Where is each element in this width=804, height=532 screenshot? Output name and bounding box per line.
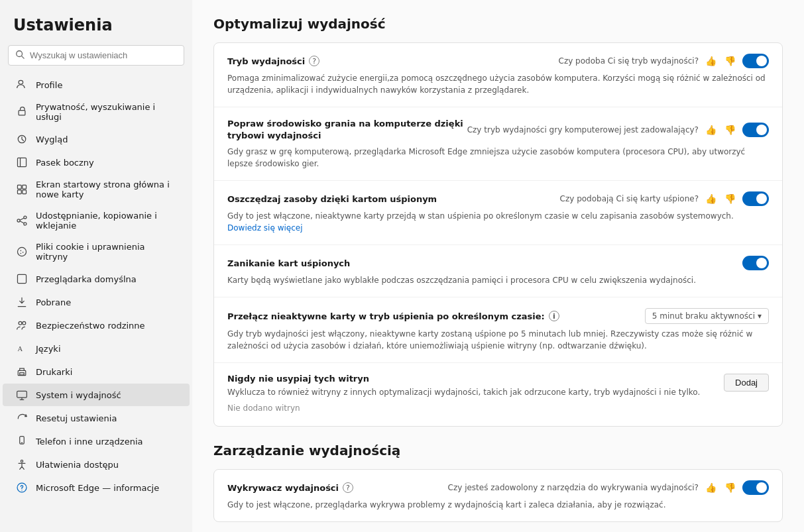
performance-detector-feedback: Czy jesteś zadowolony z narzędzia do wyk…: [448, 483, 699, 492]
svg-line-14: [20, 218, 24, 220]
sleeping-tabs-link[interactable]: Dowiedz się więcej: [227, 223, 302, 233]
no-sites-text: Nie dodano witryn: [227, 398, 769, 415]
gaming-mode-toggle[interactable]: [742, 123, 769, 137]
sleeping-tabs-desc: Gdy to jest włączone, nieaktywne karty p…: [227, 210, 769, 234]
gaming-mode-title: Popraw środowisko grania na komputerze d…: [227, 118, 463, 142]
fade-sleeping-title: Zanikanie kart uśpionych: [227, 258, 350, 268]
nav-icon-appearance: [16, 133, 28, 145]
performance-detector-help-icon[interactable]: ?: [343, 482, 353, 493]
sidebar-item-system[interactable]: System i wydajność: [3, 384, 190, 406]
svg-line-1: [22, 56, 25, 59]
nav-label-sidebar: Pasek boczny: [36, 158, 94, 168]
gaming-mode-thumbdown[interactable]: 👎: [723, 123, 737, 136]
nav-label-phone: Telefon i inne urządzenia: [36, 437, 143, 447]
sidebar-item-phone[interactable]: Telefon i inne urządzenia: [3, 430, 190, 452]
sidebar-item-printers[interactable]: Drukarki: [3, 360, 190, 383]
section2-title: Zarządzanie wydajnością: [213, 443, 783, 458]
gaming-mode-thumbup[interactable]: 👍: [704, 123, 718, 136]
sleep-timer-info-icon[interactable]: i: [549, 311, 559, 321]
management-card: Wykrywacz wydajności ? Czy jesteś zadowo…: [213, 469, 783, 522]
sidebar-item-sharing[interactable]: Udostępnianie, kopiowanie i wklejanie: [3, 205, 190, 236]
performance-detector-title: Wykrywacz wydajności: [227, 483, 339, 493]
svg-rect-7: [17, 185, 21, 189]
svg-point-34: [21, 490, 22, 490]
svg-rect-20: [17, 274, 26, 283]
nav-icon-defaultbrowser: [16, 273, 28, 285]
nav-icon-printers: [16, 366, 28, 378]
sidebar-item-startpage[interactable]: Ekran startowy strona główna i nowe kart…: [3, 174, 190, 205]
svg-rect-3: [19, 111, 25, 115]
svg-rect-8: [23, 185, 27, 189]
nav-icon-downloads: [16, 296, 28, 308]
nav-label-defaultbrowser: Przeglądarka domyślna: [36, 274, 137, 284]
nav-icon-privacy: [16, 106, 28, 118]
performance-mode-row: Tryb wydajności ? Czy podoba Ci się tryb…: [214, 43, 782, 107]
nav-label-privacy: Prywatność, wyszukiwanie i usługi: [36, 102, 176, 122]
svg-rect-27: [17, 391, 27, 398]
sidebar-item-defaultbrowser[interactable]: Przeglądarka domyślna: [3, 268, 190, 290]
search-input[interactable]: [30, 50, 177, 60]
nav-label-printers: Drukarki: [36, 367, 72, 377]
sidebar-item-privacy[interactable]: Prywatność, wyszukiwanie i usługi: [3, 97, 190, 127]
svg-point-19: [21, 253, 22, 254]
sidebar-item-languages[interactable]: A Języki: [3, 337, 190, 360]
nav-icon-family: [16, 319, 28, 331]
nav-icon-cookies: [16, 246, 28, 258]
performance-detector-toggle[interactable]: [742, 480, 769, 495]
sidebar-item-sidebar[interactable]: Pasek boczny: [3, 151, 190, 174]
sidebar-item-accessibility[interactable]: Ułatwienia dostępu: [3, 453, 190, 476]
sidebar-item-cookies[interactable]: Pliki cookie i uprawnienia witryny: [3, 237, 190, 267]
svg-point-22: [19, 321, 22, 325]
fade-sleeping-toggle[interactable]: [742, 256, 769, 270]
sleeping-tabs-thumbup[interactable]: 👍: [704, 192, 718, 205]
sidebar-item-downloads[interactable]: Pobrane: [3, 291, 190, 313]
fade-sleeping-row: Zanikanie kart uśpionych Karty będą wyśw…: [214, 245, 782, 297]
performance-mode-help-icon[interactable]: ?: [309, 56, 319, 66]
performance-mode-thumbup[interactable]: 👍: [704, 54, 718, 68]
sleeping-tabs-thumbdown[interactable]: 👎: [723, 192, 737, 205]
never-sleep-add-button[interactable]: Dodaj: [724, 374, 769, 392]
search-icon: [15, 50, 25, 61]
performance-mode-thumbdown[interactable]: 👎: [723, 54, 737, 68]
performance-card: Tryb wydajności ? Czy podoba Ci się tryb…: [213, 42, 783, 427]
nav-label-family: Bezpieczeństwo rodzinne: [36, 321, 145, 331]
sleeping-tabs-row: Oszczędzaj zasoby dzięki kartom uśpionym…: [214, 181, 782, 245]
performance-mode-title: Tryb wydajności: [227, 56, 305, 66]
sidebar-item-reset[interactable]: Resetuj ustawienia: [3, 407, 190, 429]
svg-text:A: A: [17, 345, 23, 352]
gaming-mode-feedback: Czy tryb wydajności gry komputerowej jes…: [467, 125, 699, 134]
sidebar-item-profile[interactable]: Profile: [3, 74, 190, 96]
nav-icon-reset: [16, 412, 28, 424]
sleep-timer-row: Przełącz nieaktywne karty w tryb uśpieni…: [214, 297, 782, 363]
sidebar-item-about[interactable]: Microsoft Edge — informacje: [3, 476, 190, 499]
performance-mode-toggle[interactable]: [742, 54, 769, 68]
performance-detector-thumbup[interactable]: 👍: [704, 481, 718, 494]
nav-label-accessibility: Ułatwienia dostępu: [36, 460, 119, 470]
performance-detector-thumbdown[interactable]: 👎: [723, 481, 737, 494]
nav-label-startpage: Ekran startowy strona główna i nowe kart…: [36, 180, 176, 199]
nav-label-profile: Profile: [36, 80, 62, 90]
svg-rect-26: [20, 373, 25, 375]
sleep-timer-dropdown-value: 5 minut braku aktywności: [652, 311, 755, 321]
gaming-mode-row: Popraw środowisko grania na komputerze d…: [214, 107, 782, 181]
svg-point-13: [24, 223, 27, 225]
nav-label-reset: Resetuj ustawienia: [36, 413, 117, 423]
performance-mode-feedback: Czy podoba Ci się tryb wydajności?: [559, 56, 699, 66]
search-box[interactable]: [8, 45, 184, 66]
svg-point-17: [21, 250, 22, 252]
sidebar-item-appearance[interactable]: Wygląd: [3, 128, 190, 150]
sleeping-tabs-feedback: Czy podobają Ci się karty uśpione?: [560, 194, 699, 203]
performance-mode-desc: Pomaga zminimalizować zużycie energii,za…: [227, 72, 769, 96]
nav-icon-sidebar: [16, 156, 28, 168]
performance-detector-row: Wykrywacz wydajności ? Czy jesteś zadowo…: [214, 470, 782, 521]
gaming-mode-desc: Gdy grasz w grę komputerową, przeglądark…: [227, 146, 769, 170]
nav-label-sharing: Udostępnianie, kopiowanie i wklejanie: [36, 211, 176, 231]
sleep-timer-dropdown[interactable]: 5 minut braku aktywności ▾: [645, 308, 769, 324]
never-sleep-title: Nigdy nie usypiaj tych witryn: [227, 374, 716, 384]
sleeping-tabs-toggle[interactable]: [742, 191, 769, 206]
sidebar-item-family[interactable]: Bezpieczeństwo rodzinne: [3, 314, 190, 337]
svg-point-32: [21, 460, 23, 462]
nav-label-system: System i wydajność: [36, 390, 121, 400]
section1-title: Optymalizuj wydajność: [213, 16, 783, 32]
nav-label-about: Microsoft Edge — informacje: [36, 483, 159, 493]
